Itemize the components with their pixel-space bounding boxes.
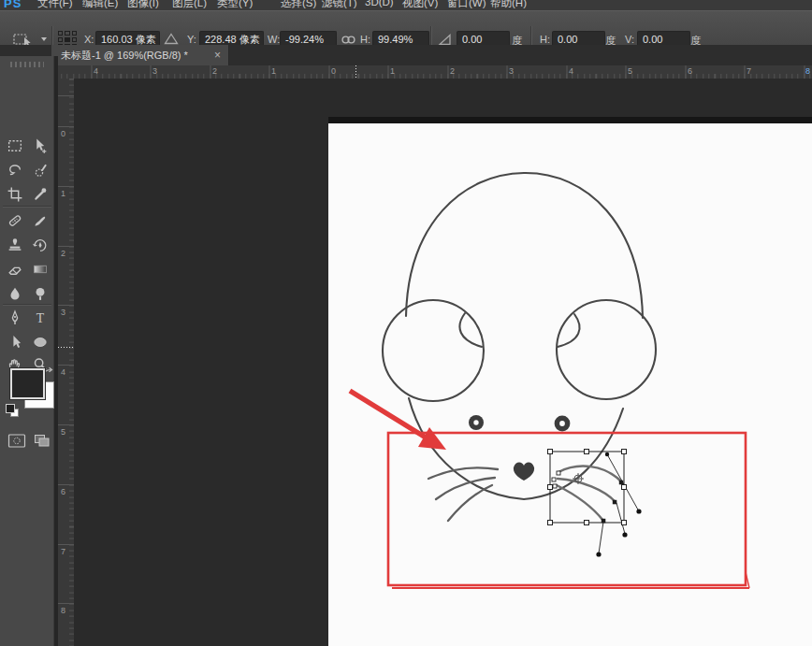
menu-select[interactable]: 选择(S) xyxy=(281,0,316,10)
mouse-left-ear xyxy=(383,300,484,401)
foreground-color-swatch[interactable] xyxy=(10,368,45,399)
pen-tool[interactable] xyxy=(4,307,26,329)
ps-logo: PS xyxy=(4,0,22,10)
document-tab-title: 未标题-1 @ 169%(RGB/8) * xyxy=(61,50,188,61)
menu-image[interactable]: 图像(I) xyxy=(127,0,159,10)
document-tab-bar: 未标题-1 @ 169%(RGB/8) * × xyxy=(0,45,812,66)
skew-h-label: H: xyxy=(540,34,550,45)
history-brush-tool[interactable] xyxy=(29,234,51,256)
chevron-down-icon xyxy=(41,37,47,41)
clone-stamp-tool[interactable] xyxy=(4,234,26,256)
menu-view[interactable]: 视图(V) xyxy=(402,0,438,10)
menu-file[interactable]: 文件(F) xyxy=(37,0,73,10)
lasso-tool[interactable] xyxy=(4,159,26,181)
mouse-right-ear xyxy=(557,300,656,399)
ruler-cursor-indicator xyxy=(58,347,74,348)
y-label: Y: xyxy=(187,34,196,45)
mouse-eyes xyxy=(469,415,570,431)
ellipse-shape-tool[interactable] xyxy=(29,331,51,353)
path-anchor-point[interactable] xyxy=(596,552,601,556)
divider xyxy=(3,304,51,305)
image-top-strip xyxy=(328,117,812,123)
menu-filter[interactable]: 滤镜(T) xyxy=(322,0,357,10)
eraser-tool[interactable] xyxy=(4,258,26,280)
cursor-position-label: 8 xyxy=(805,66,810,76)
path-anchor-point[interactable] xyxy=(636,509,641,513)
type-tool[interactable]: T xyxy=(29,307,51,329)
menu-window[interactable]: 窗口(W) xyxy=(447,0,486,10)
panel-divider xyxy=(54,56,58,646)
path-selection-tool[interactable] xyxy=(4,331,26,353)
ruler-cursor-indicator xyxy=(355,65,356,79)
h-label: H: xyxy=(360,34,370,45)
document-tab[interactable]: 未标题-1 @ 169%(RGB/8) * × xyxy=(51,45,229,65)
canvas-image xyxy=(328,117,812,646)
spot-healing-brush-tool[interactable] xyxy=(4,209,26,232)
annotation-box xyxy=(388,433,749,588)
mouse-left-whiskers xyxy=(428,467,498,521)
crop-tool[interactable] xyxy=(4,183,26,206)
brush-tool[interactable] xyxy=(29,209,51,232)
annotation-arrow xyxy=(350,391,446,450)
quick-mask-button[interactable] xyxy=(6,430,28,452)
move-tool[interactable] xyxy=(29,135,51,157)
panel-grip[interactable] xyxy=(10,62,44,67)
x-label: X: xyxy=(84,34,94,45)
mouse-right-whiskers xyxy=(557,467,621,521)
blur-tool[interactable] xyxy=(4,282,26,305)
menu-bar: PS 文件(F) 编辑(E) 图像(I) 图层(L) 类型(Y) 选择(S) 滤… xyxy=(0,0,812,10)
relative-position-icon[interactable] xyxy=(164,33,179,45)
menu-3d[interactable]: 3D(D) xyxy=(365,0,394,7)
dodge-tool[interactable] xyxy=(29,282,51,305)
photoshop-window: { "window": { "logo": "PS" }, "menu": { … xyxy=(0,0,812,646)
menu-layer[interactable]: 图层(L) xyxy=(172,0,207,10)
mouse-nose xyxy=(514,462,534,481)
mouse-head-outline xyxy=(406,173,643,318)
horizontal-ruler[interactable]: 4 3 2 1 0 1 2 3 4 5 6 7 8 xyxy=(58,65,812,79)
vertical-ruler[interactable]: 0 1 2 3 4 5 6 7 8 xyxy=(58,79,75,646)
divider xyxy=(3,206,51,207)
close-icon[interactable]: × xyxy=(214,45,221,65)
w-label: W: xyxy=(268,34,280,45)
path-anchor-point[interactable] xyxy=(622,532,627,537)
svg-text:T: T xyxy=(36,311,45,325)
menu-edit[interactable]: 编辑(E) xyxy=(82,0,118,10)
eyedropper-tool[interactable] xyxy=(29,183,51,206)
screen-mode-button[interactable] xyxy=(31,430,53,452)
mouse-drawing xyxy=(383,173,656,499)
canvas[interactable] xyxy=(328,117,812,646)
menu-help[interactable]: 帮助(H) xyxy=(490,0,527,10)
skew-v-label: V: xyxy=(625,34,634,45)
options-bar: X: 160.03 像素 Y: 228.48 像素 W: -99.24% H: … xyxy=(0,10,812,46)
path-anchor-point[interactable] xyxy=(605,452,609,456)
rectangular-marquee-tool[interactable] xyxy=(4,135,26,157)
transform-controls xyxy=(548,450,642,557)
tools-panel: T xyxy=(0,56,54,646)
link-dimensions-icon[interactable] xyxy=(341,35,356,45)
quick-selection-tool[interactable] xyxy=(29,159,51,181)
default-colors-icon[interactable] xyxy=(5,404,20,417)
menu-type[interactable]: 类型(Y) xyxy=(217,0,253,10)
gradient-tool[interactable] xyxy=(29,258,51,280)
